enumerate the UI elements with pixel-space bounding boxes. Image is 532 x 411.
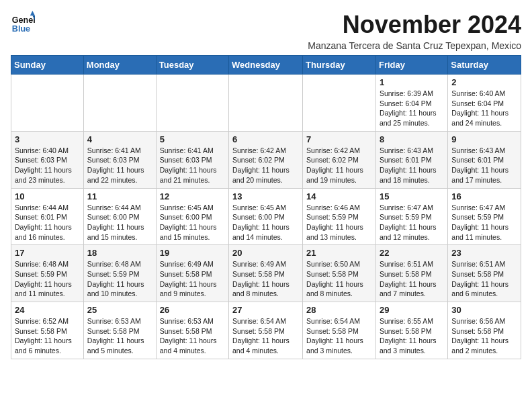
calendar-cell: 11Sunrise: 6:44 AMSunset: 6:00 PMDayligh… — [83, 188, 156, 245]
day-info: Sunrise: 6:40 AMSunset: 6:03 PMDaylight:… — [15, 146, 80, 185]
calendar-cell: 21Sunrise: 6:50 AMSunset: 5:58 PMDayligh… — [303, 245, 376, 302]
day-number: 21 — [306, 248, 372, 258]
day-info: Sunrise: 6:51 AMSunset: 5:58 PMDaylight:… — [451, 259, 517, 299]
day-info: Sunrise: 6:45 AMSunset: 6:00 PMDaylight:… — [232, 203, 299, 242]
day-info: Sunrise: 6:42 AMSunset: 6:02 PMDaylight:… — [232, 146, 299, 185]
day-number: 26 — [160, 305, 225, 315]
calendar-cell — [156, 75, 228, 132]
svg-text:Blue: Blue — [12, 24, 30, 34]
calendar-cell: 30Sunrise: 6:56 AMSunset: 5:58 PMDayligh… — [448, 302, 521, 359]
calendar-cell: 7Sunrise: 6:42 AMSunset: 6:02 PMDaylight… — [303, 131, 376, 188]
day-number: 16 — [451, 191, 517, 201]
calendar-cell: 6Sunrise: 6:42 AMSunset: 6:02 PMDaylight… — [229, 131, 303, 188]
day-info: Sunrise: 6:41 AMSunset: 6:03 PMDaylight:… — [160, 146, 225, 185]
day-info: Sunrise: 6:53 AMSunset: 5:58 PMDaylight:… — [87, 316, 152, 356]
day-info: Sunrise: 6:45 AMSunset: 6:00 PMDaylight:… — [160, 203, 225, 242]
calendar-body: 1Sunrise: 6:39 AMSunset: 6:04 PMDaylight… — [11, 75, 521, 359]
calendar-cell: 17Sunrise: 6:48 AMSunset: 5:59 PMDayligh… — [11, 245, 84, 302]
day-info: Sunrise: 6:53 AMSunset: 5:58 PMDaylight:… — [160, 316, 225, 356]
calendar-cell: 5Sunrise: 6:41 AMSunset: 6:03 PMDaylight… — [156, 131, 228, 188]
calendar-cell: 15Sunrise: 6:47 AMSunset: 5:59 PMDayligh… — [375, 188, 447, 245]
day-info: Sunrise: 6:48 AMSunset: 5:59 PMDaylight:… — [87, 259, 152, 299]
calendar-cell: 22Sunrise: 6:51 AMSunset: 5:58 PMDayligh… — [375, 245, 447, 302]
subtitle: Manzana Tercera de Santa Cruz Tepexpan, … — [308, 40, 521, 51]
calendar-cell: 13Sunrise: 6:45 AMSunset: 6:00 PMDayligh… — [229, 188, 303, 245]
day-of-week-header: Thursday — [303, 56, 376, 75]
day-number: 15 — [380, 191, 444, 201]
day-info: Sunrise: 6:54 AMSunset: 5:58 PMDaylight:… — [232, 316, 299, 356]
calendar-week-row: 10Sunrise: 6:44 AMSunset: 6:01 PMDayligh… — [11, 188, 521, 245]
day-number: 29 — [380, 305, 444, 315]
day-of-week-header: Monday — [83, 56, 156, 75]
day-info: Sunrise: 6:56 AMSunset: 5:58 PMDaylight:… — [451, 316, 517, 356]
day-number: 6 — [232, 134, 299, 144]
calendar-week-row: 1Sunrise: 6:39 AMSunset: 6:04 PMDaylight… — [11, 75, 521, 132]
day-info: Sunrise: 6:44 AMSunset: 6:00 PMDaylight:… — [87, 203, 152, 242]
day-number: 22 — [380, 248, 444, 258]
title-area: November 2024 Manzana Tercera de Santa C… — [308, 11, 521, 51]
calendar-cell: 23Sunrise: 6:51 AMSunset: 5:58 PMDayligh… — [448, 245, 521, 302]
calendar-cell: 2Sunrise: 6:40 AMSunset: 6:04 PMDaylight… — [448, 75, 521, 132]
day-info: Sunrise: 6:54 AMSunset: 5:58 PMDaylight:… — [306, 316, 372, 356]
day-number: 7 — [306, 134, 372, 144]
day-of-week-header: Friday — [375, 56, 447, 75]
calendar-cell: 26Sunrise: 6:53 AMSunset: 5:58 PMDayligh… — [156, 302, 228, 359]
day-of-week-header: Sunday — [11, 56, 84, 75]
calendar-cell: 12Sunrise: 6:45 AMSunset: 6:00 PMDayligh… — [156, 188, 228, 245]
day-info: Sunrise: 6:39 AMSunset: 6:04 PMDaylight:… — [380, 89, 444, 128]
day-info: Sunrise: 6:44 AMSunset: 6:01 PMDaylight:… — [15, 203, 80, 242]
day-number: 8 — [380, 134, 444, 144]
day-info: Sunrise: 6:46 AMSunset: 5:59 PMDaylight:… — [306, 203, 372, 242]
day-number: 5 — [160, 134, 225, 144]
calendar-header: SundayMondayTuesdayWednesdayThursdayFrid… — [11, 56, 521, 75]
day-number: 24 — [15, 305, 80, 315]
day-info: Sunrise: 6:43 AMSunset: 6:01 PMDaylight:… — [380, 146, 444, 185]
calendar-cell: 1Sunrise: 6:39 AMSunset: 6:04 PMDaylight… — [375, 75, 447, 132]
day-number: 11 — [87, 191, 152, 201]
day-number: 3 — [15, 134, 80, 144]
day-info: Sunrise: 6:42 AMSunset: 6:02 PMDaylight:… — [306, 146, 372, 185]
header-row: SundayMondayTuesdayWednesdayThursdayFrid… — [11, 56, 521, 75]
day-info: Sunrise: 6:55 AMSunset: 5:58 PMDaylight:… — [380, 316, 444, 356]
calendar-cell: 9Sunrise: 6:43 AMSunset: 6:01 PMDaylight… — [448, 131, 521, 188]
svg-marker-2 — [30, 11, 35, 15]
calendar-cell: 4Sunrise: 6:41 AMSunset: 6:03 PMDaylight… — [83, 131, 156, 188]
day-info: Sunrise: 6:43 AMSunset: 6:01 PMDaylight:… — [451, 146, 517, 185]
day-number: 1 — [380, 77, 444, 87]
day-of-week-header: Wednesday — [229, 56, 303, 75]
calendar-cell: 24Sunrise: 6:52 AMSunset: 5:58 PMDayligh… — [11, 302, 84, 359]
calendar-cell: 16Sunrise: 6:47 AMSunset: 5:59 PMDayligh… — [448, 188, 521, 245]
calendar-cell: 10Sunrise: 6:44 AMSunset: 6:01 PMDayligh… — [11, 188, 84, 245]
calendar-cell: 19Sunrise: 6:49 AMSunset: 5:58 PMDayligh… — [156, 245, 228, 302]
calendar-cell — [83, 75, 156, 132]
day-number: 10 — [15, 191, 80, 201]
day-number: 9 — [451, 134, 517, 144]
logo: General Blue — [11, 11, 35, 35]
month-title: November 2024 — [308, 11, 521, 39]
day-number: 27 — [232, 305, 299, 315]
calendar-cell: 3Sunrise: 6:40 AMSunset: 6:03 PMDaylight… — [11, 131, 84, 188]
calendar-week-row: 24Sunrise: 6:52 AMSunset: 5:58 PMDayligh… — [11, 302, 521, 359]
calendar-cell — [303, 75, 376, 132]
calendar-cell: 8Sunrise: 6:43 AMSunset: 6:01 PMDaylight… — [375, 131, 447, 188]
calendar-cell: 14Sunrise: 6:46 AMSunset: 5:59 PMDayligh… — [303, 188, 376, 245]
calendar-week-row: 3Sunrise: 6:40 AMSunset: 6:03 PMDaylight… — [11, 131, 521, 188]
day-info: Sunrise: 6:49 AMSunset: 5:58 PMDaylight:… — [160, 259, 225, 299]
calendar-cell: 29Sunrise: 6:55 AMSunset: 5:58 PMDayligh… — [375, 302, 447, 359]
day-number: 28 — [306, 305, 372, 315]
day-info: Sunrise: 6:49 AMSunset: 5:58 PMDaylight:… — [232, 259, 299, 299]
day-info: Sunrise: 6:48 AMSunset: 5:59 PMDaylight:… — [15, 259, 80, 299]
logo-icon: General Blue — [11, 11, 35, 35]
header-area: General Blue November 2024 Manzana Terce… — [11, 11, 521, 51]
calendar-cell — [11, 75, 84, 132]
day-number: 14 — [306, 191, 372, 201]
day-number: 18 — [87, 248, 152, 258]
day-info: Sunrise: 6:40 AMSunset: 6:04 PMDaylight:… — [451, 89, 517, 128]
calendar-cell: 27Sunrise: 6:54 AMSunset: 5:58 PMDayligh… — [229, 302, 303, 359]
calendar: SundayMondayTuesdayWednesdayThursdayFrid… — [11, 55, 521, 359]
day-number: 2 — [451, 77, 517, 87]
day-info: Sunrise: 6:50 AMSunset: 5:58 PMDaylight:… — [306, 259, 372, 299]
day-number: 20 — [232, 248, 299, 258]
day-number: 13 — [232, 191, 299, 201]
day-number: 23 — [451, 248, 517, 258]
